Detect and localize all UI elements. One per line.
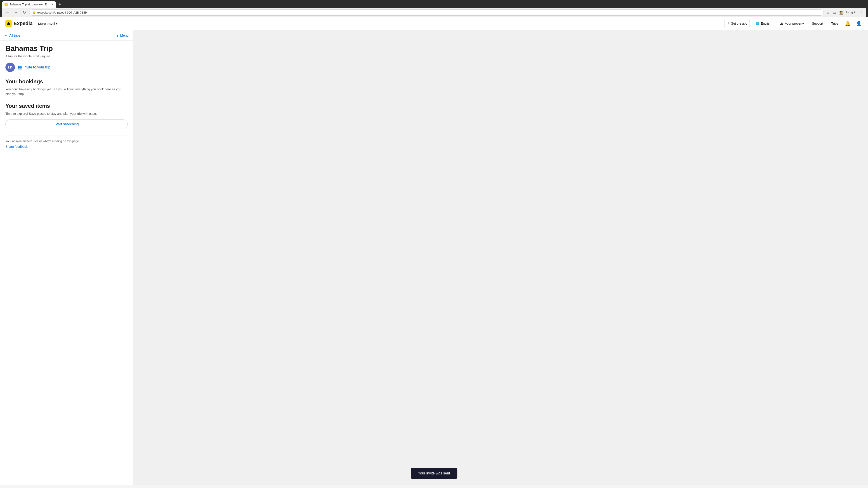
menu-button[interactable]: ⋮ Menu — [116, 33, 129, 37]
globe-icon: 🌐 — [756, 22, 760, 25]
invite-icon: 👥 — [18, 65, 22, 70]
site-header: Expedia More travel ▾ ⬇ Get the app 🌐 En… — [0, 17, 868, 30]
browser-chrome: E Bahamas Trip trip overview | Ex... × +… — [0, 0, 868, 17]
support-button[interactable]: Support — [810, 20, 825, 27]
left-panel: ← All trips ⋮ Menu Bahamas Trip A trip f… — [0, 30, 133, 485]
toast-notification: Your invite was sent — [411, 468, 457, 479]
header-right: ⬇ Get the app 🌐 English List your proper… — [724, 20, 863, 27]
get-app-label: Get the app — [731, 22, 747, 25]
bookings-title: Your bookings — [5, 78, 128, 85]
invite-label: Invite to your trip — [24, 65, 50, 69]
tab-favicon: E — [4, 3, 8, 6]
url-lock-icon: 🔒 — [33, 11, 36, 14]
content-wrapper: ← All trips ⋮ Menu Bahamas Trip A trip f… — [0, 30, 868, 485]
logo[interactable]: Expedia — [5, 20, 33, 27]
all-trips-link[interactable]: ← All trips — [4, 33, 20, 37]
logo-icon — [5, 20, 12, 27]
new-tab-button[interactable]: + — [57, 1, 63, 8]
user-profile-button[interactable]: 👤 — [855, 20, 863, 27]
cast-icon[interactable]: ▭ — [832, 9, 837, 15]
url-text: expedia.com/trips/egti-6Q7-A2B-78SH — [37, 11, 820, 14]
feedback-text: Your opinion matters. Tell us what's mis… — [5, 139, 128, 143]
bookings-body: You don't have any bookings yet. But you… — [5, 87, 128, 96]
user-avatar: LD — [5, 63, 15, 72]
trip-subtitle: A trip for the whole Smith squad. — [5, 55, 128, 58]
more-travel-button[interactable]: More travel ▾ — [36, 20, 59, 27]
reload-button[interactable]: ↻ — [21, 9, 27, 16]
active-tab[interactable]: E Bahamas Trip trip overview | Ex... × — [2, 1, 56, 8]
language-button[interactable]: 🌐 English — [753, 20, 774, 27]
tab-title: Bahamas Trip trip overview | Ex... — [10, 3, 50, 6]
browser-tabs: E Bahamas Trip trip overview | Ex... × + — [2, 1, 866, 8]
saved-items-section: Your saved items Time to explore! Save p… — [5, 103, 128, 129]
back-arrow-icon: ← — [4, 33, 8, 37]
get-app-button[interactable]: ⬇ Get the app — [724, 20, 750, 27]
invite-to-trip-link[interactable]: 👥 Invite to your trip — [18, 65, 50, 70]
url-bar[interactable]: 🔒 expedia.com/trips/egti-6Q7-A2B-78SH — [29, 9, 824, 15]
notification-icon: 🔔 — [845, 21, 850, 26]
user-icon: 👤 — [856, 21, 862, 26]
saved-title: Your saved items — [5, 103, 128, 109]
bookmark-icon[interactable]: ☆ — [826, 9, 831, 15]
bookings-section: Your bookings You don't have any booking… — [5, 78, 128, 96]
chevron-down-icon: ▾ — [56, 22, 58, 26]
header-left: Expedia More travel ▾ — [5, 20, 59, 27]
share-feedback-link[interactable]: Share feedback — [5, 145, 28, 149]
browser-toolbar: ← → ↻ 🔒 expedia.com/trips/egti-6Q7-A2B-7… — [2, 8, 866, 17]
support-label: Support — [812, 22, 823, 25]
trips-label: Trips — [831, 22, 838, 25]
download-icon: ⬇ — [727, 22, 730, 25]
feedback-section: Your opinion matters. Tell us what's mis… — [5, 135, 128, 149]
panel-content: Bahamas Trip A trip for the whole Smith … — [0, 41, 133, 154]
language-label: English — [761, 22, 771, 25]
all-trips-label: All trips — [9, 33, 20, 37]
toolbar-actions: ☆ ▭ 🕵 Incognito ⋮ — [826, 9, 864, 15]
notification-button[interactable]: 🔔 — [844, 20, 851, 27]
more-travel-label: More travel — [38, 22, 55, 26]
back-button[interactable]: ← — [4, 9, 11, 16]
logo-text: Expedia — [13, 21, 33, 26]
kebab-icon: ⋮ — [116, 33, 119, 37]
trip-members: LD 👥 Invite to your trip — [5, 63, 128, 72]
forward-button[interactable]: → — [13, 9, 20, 16]
list-property-label: List your property — [779, 22, 804, 25]
trips-button[interactable]: Trips — [829, 20, 840, 27]
start-searching-button[interactable]: Start searching — [5, 119, 128, 129]
saved-body: Time to explore! Save places to stay and… — [5, 111, 128, 116]
panel-top-bar: ← All trips ⋮ Menu — [0, 30, 133, 41]
browser-more-icon[interactable]: ⋮ — [859, 9, 864, 15]
tab-close-icon[interactable]: × — [52, 3, 53, 6]
list-property-button[interactable]: List your property — [777, 20, 806, 27]
incognito-icon[interactable]: 🕵 — [838, 9, 845, 15]
menu-label: Menu — [120, 33, 129, 37]
trip-title: Bahamas Trip — [5, 44, 128, 53]
right-panel — [133, 30, 868, 485]
incognito-label: Incognito — [846, 11, 857, 14]
svg-marker-0 — [6, 22, 11, 25]
